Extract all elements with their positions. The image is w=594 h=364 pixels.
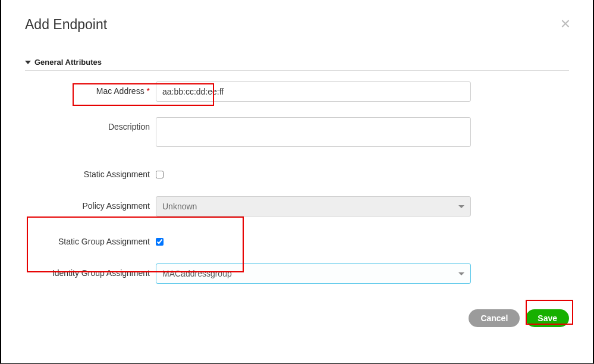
save-button[interactable]: Save [526, 309, 569, 327]
section-header[interactable]: General Attributes [25, 58, 569, 71]
dialog-title: Add Endpoint [25, 17, 107, 32]
policy-assignment-value: Unknown [162, 202, 197, 211]
mac-address-input[interactable] [156, 81, 471, 102]
label-description: Description [25, 117, 156, 131]
caret-down-icon [25, 61, 31, 64]
mac-address-label-text: Mac Address [96, 86, 144, 96]
static-assignment-checkbox[interactable] [156, 171, 164, 178]
cancel-button[interactable]: Cancel [469, 309, 520, 327]
label-static-group-assignment: Static Group Assignment [25, 232, 156, 246]
label-static-assignment: Static Assignment [25, 165, 156, 179]
static-group-assignment-checkbox[interactable] [156, 238, 164, 246]
identity-group-assignment-select[interactable]: MACaddressgroup [156, 263, 471, 284]
label-identity-group-assignment: Identity Group Assignment [25, 263, 156, 278]
row-static-assignment: Static Assignment [25, 165, 569, 181]
row-description: Description [25, 117, 569, 149]
close-icon[interactable]: × [561, 15, 570, 32]
row-static-group-assignment: Static Group Assignment [25, 232, 569, 248]
section-title: General Attributes [34, 58, 102, 67]
description-input[interactable] [156, 117, 471, 147]
identity-group-assignment-value: MACaddressgroup [162, 269, 232, 278]
row-mac-address: Mac Address * [25, 81, 569, 102]
required-asterisk-icon: * [147, 86, 150, 96]
chevron-down-icon [458, 205, 464, 208]
label-mac-address: Mac Address * [25, 81, 156, 96]
button-bar: Cancel Save [469, 309, 569, 327]
form-body: Mac Address * Description Static Assignm… [25, 71, 569, 284]
policy-assignment-select[interactable]: Unknown [156, 196, 471, 216]
chevron-down-icon [458, 272, 464, 275]
row-identity-group-assignment: Identity Group Assignment MACaddressgrou… [25, 263, 569, 284]
general-attributes-section: General Attributes Mac Address * Descrip… [25, 58, 569, 284]
label-policy-assignment: Policy Assignment [25, 196, 156, 211]
row-policy-assignment: Policy Assignment Unknown [25, 196, 569, 216]
